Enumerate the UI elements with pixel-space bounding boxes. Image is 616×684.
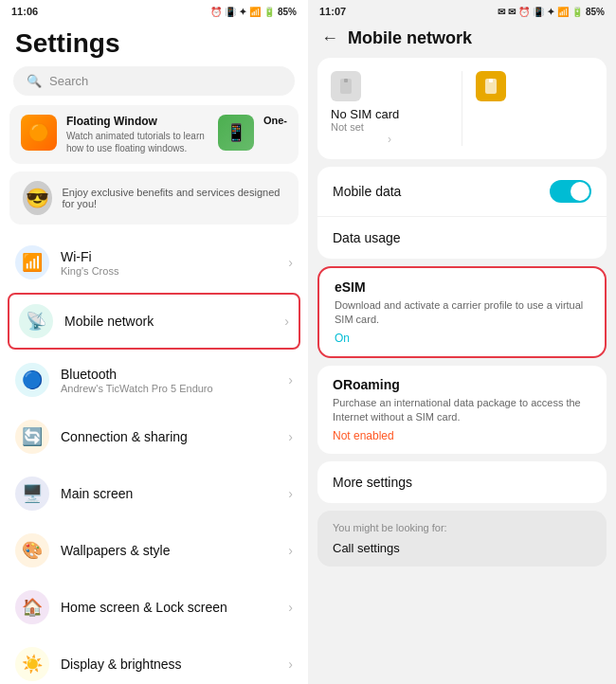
esim-desc: Download and activate a carrier profile … (335, 298, 589, 328)
mobile-data-label: Mobile data (333, 184, 550, 199)
wifi-item-title: Wi-Fi (61, 249, 288, 264)
right-msg-icon: ✉ (498, 7, 505, 17)
home-screen-item-content: Home screen & Lock screen (61, 600, 288, 615)
battery-percent-left: 85% (278, 7, 297, 17)
right-bt-icon: ✦ (547, 7, 554, 17)
svg-rect-3 (489, 79, 493, 82)
bluetooth-item-title: Bluetooth (61, 367, 288, 382)
sim1-status: Not set (331, 121, 364, 133)
more-settings-item: More settings (317, 461, 607, 503)
wifi-icon: 📶 (15, 245, 49, 279)
home-screen-chevron-icon: › (288, 600, 293, 615)
home-screen-item-title: Home screen & Lock screen (61, 600, 288, 615)
right-panel: 11:07 ✉ ✉ ⏰ 📳 ✦ 📶 🔋 85% ← Mobile network… (308, 0, 616, 684)
svg-rect-1 (344, 79, 348, 82)
left-panel: 11:06 ⏰ 📳 ✦ 📶 🔋 85% Settings 🔍 Search 🟠 … (0, 0, 308, 684)
more-settings-section[interactable]: More settings (317, 461, 607, 503)
esim-item: eSIM Download and activate a carrier pro… (319, 268, 605, 356)
bluetooth-icon: 🔵 (15, 363, 49, 397)
right-wifi-icon: 📶 (557, 7, 569, 17)
mobile-data-row[interactable]: Mobile data (317, 167, 607, 217)
wallpapers-item-title: Wallpapers & style (61, 543, 288, 558)
oroaming-link[interactable]: Not enabled (333, 429, 591, 442)
promo-icon2: 📱 (218, 115, 254, 151)
right-status-bar: 11:07 ✉ ✉ ⏰ 📳 ✦ 📶 🔋 85% (308, 0, 616, 21)
wifi-status-icon: 📶 (249, 7, 261, 17)
connection-sharing-chevron-icon: › (288, 429, 293, 444)
settings-item-bluetooth[interactable]: 🔵 Bluetooth Andrew's TicWatch Pro 5 Endu… (0, 351, 308, 408)
page-title: Settings (0, 21, 308, 66)
left-status-icons: ⏰ 📳 ✦ 📶 🔋 85% (210, 7, 297, 17)
promo-title: Floating Window (66, 115, 208, 128)
right-status-icons: ✉ ✉ ⏰ 📳 ✦ 📶 🔋 85% (498, 7, 605, 17)
settings-item-home-screen[interactable]: 🏠 Home screen & Lock screen › (0, 579, 308, 636)
sim-card-section: No SIM card Not set › (317, 58, 607, 159)
settings-item-wallpapers[interactable]: 🎨 Wallpapers & style › (0, 522, 308, 579)
settings-item-mobile-network[interactable]: 📡 Mobile network › (8, 293, 300, 350)
esim-section[interactable]: eSIM Download and activate a carrier pro… (317, 266, 607, 358)
main-screen-item-content: Main screen (61, 486, 288, 501)
mobile-network-item-content: Mobile network (64, 314, 284, 329)
search-bar[interactable]: 🔍 Search (13, 66, 295, 96)
oroaming-section[interactable]: ORoaming Purchase an international data … (317, 366, 607, 454)
back-button[interactable]: ← (321, 28, 338, 48)
mobile-network-chevron-icon: › (284, 314, 289, 329)
mobile-network-icon: 📡 (19, 304, 53, 338)
bluetooth-item-content: Bluetooth Andrew's TicWatch Pro 5 Enduro (61, 367, 288, 394)
bluetooth-item-subtitle: Andrew's TicWatch Pro 5 Enduro (61, 383, 288, 394)
avatar-card[interactable]: 😎 Enjoy exclusive benefits and services … (9, 171, 299, 225)
sim1-slot[interactable]: No SIM card Not set › (331, 71, 448, 146)
data-usage-label: Data usage (333, 230, 591, 245)
data-usage-row[interactable]: Data usage (317, 217, 607, 259)
call-settings-item[interactable]: Call settings (333, 541, 591, 555)
settings-list: 📶 Wi-Fi King's Cross › 📡 Mobile network … (0, 234, 308, 684)
display-chevron-icon: › (288, 657, 293, 672)
right-page-title: Mobile network (348, 28, 472, 48)
promo-card[interactable]: 🟠 Floating Window Watch animated tutoria… (9, 105, 299, 164)
oroaming-desc: Purchase an international data package t… (333, 396, 591, 425)
wifi-item-content: Wi-Fi King's Cross (61, 249, 288, 277)
sim-divider (462, 71, 462, 146)
settings-item-connection-sharing[interactable]: 🔄 Connection & sharing › (0, 408, 308, 465)
battery-icon: 🔋 (263, 7, 275, 17)
home-screen-icon: 🏠 (15, 590, 49, 624)
settings-item-wifi[interactable]: 📶 Wi-Fi King's Cross › (0, 234, 308, 291)
sim1-title: No SIM card (331, 107, 399, 121)
sim2-slot[interactable] (476, 71, 593, 146)
left-status-bar: 11:06 ⏰ 📳 ✦ 📶 🔋 85% (0, 0, 308, 21)
esim-link[interactable]: On (335, 332, 589, 345)
display-icon: ☀️ (15, 647, 49, 681)
wifi-item-subtitle: King's Cross (61, 265, 288, 277)
right-battery-icon: 🔋 (571, 7, 583, 17)
sim1-icon (331, 71, 361, 101)
connection-sharing-item-content: Connection & sharing (61, 429, 288, 444)
promo-desc: Watch animated tutorials to learn how to… (66, 130, 208, 154)
bluetooth-chevron-icon: › (288, 372, 293, 387)
right-header: ← Mobile network (308, 21, 616, 58)
settings-item-display[interactable]: ☀️ Display & brightness › (0, 636, 308, 684)
looking-for-label: You might be looking for: (333, 522, 591, 533)
settings-item-main-screen[interactable]: 🖥️ Main screen › (0, 465, 308, 522)
display-item-title: Display & brightness (61, 657, 288, 672)
wallpapers-item-content: Wallpapers & style (61, 543, 288, 558)
avatar: 😎 (23, 181, 52, 215)
main-screen-chevron-icon: › (288, 486, 293, 501)
sim2-icon (476, 71, 506, 101)
bluetooth-status-icon: ✦ (239, 7, 246, 17)
search-icon: 🔍 (27, 74, 42, 88)
oroaming-title: ORoaming (333, 377, 591, 392)
wallpapers-icon: 🎨 (15, 533, 49, 567)
more-settings-label: More settings (333, 475, 591, 490)
esim-title: eSIM (335, 279, 589, 295)
main-screen-item-title: Main screen (61, 486, 288, 501)
connection-sharing-item-title: Connection & sharing (61, 429, 288, 444)
mobile-network-item-title: Mobile network (64, 314, 284, 329)
promo-icon: 🟠 (21, 115, 57, 151)
left-time: 11:06 (11, 6, 38, 17)
avatar-text: Enjoy exclusive benefits and services de… (62, 187, 285, 209)
wifi-chevron-icon: › (288, 255, 293, 270)
oroaming-item: ORoaming Purchase an international data … (317, 366, 607, 454)
right-msg2-icon: ✉ (508, 7, 516, 17)
mobile-data-toggle[interactable] (550, 180, 591, 203)
search-placeholder: Search (49, 74, 88, 88)
